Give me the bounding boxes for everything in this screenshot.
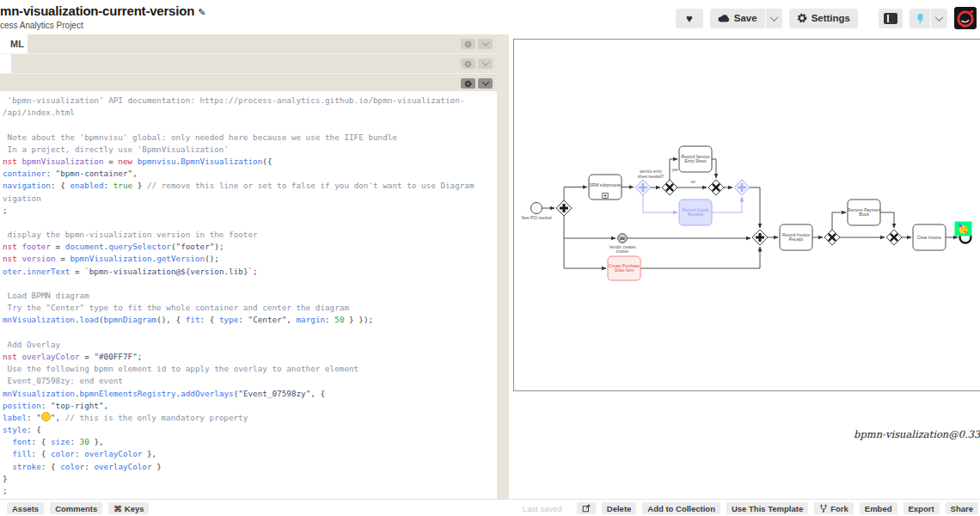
svg-text:New POI needed: New POI needed (522, 216, 552, 220)
bpmn-task-remove-payment-block[interactable]: Remove PaymentBlock (848, 200, 881, 225)
code-line: nst overlayColor = "#00FF7F"; (3, 351, 497, 363)
code-line: container: "bpmn-container", (3, 168, 497, 180)
bpmn-exclusive-gateway-merge-2[interactable] (886, 230, 902, 245)
bpmn-task-clear-invoice[interactable]: Clear Invoice (913, 224, 946, 250)
last-saved-status: Last saved (523, 504, 562, 513)
svg-text:Receipt: Receipt (789, 237, 804, 242)
party-face-emoji (41, 412, 51, 421)
tab-css[interactable] (0, 54, 11, 73)
gear-icon (797, 13, 807, 23)
tab-html[interactable]: ML (0, 34, 28, 53)
header-actions: ♥ Save Settings (676, 7, 977, 29)
code-line (3, 327, 497, 339)
bpmn-task-record-invoice-receipt[interactable]: Record InvoiceReceipt (780, 224, 812, 250)
share-button[interactable]: Share (946, 502, 978, 514)
bpmn-task-record-service-entry-sheet[interactable]: Record ServiceEntry Sheet (679, 146, 712, 172)
tab-html-label: ML (10, 39, 24, 49)
chevron-down-icon (481, 58, 488, 65)
pin-dropdown-button[interactable] (931, 9, 947, 28)
bpmn-parallel-gateway-highlighted-1[interactable] (635, 180, 651, 195)
svg-text:Create Purchase: Create Purchase (609, 264, 640, 268)
add-to-collection-button[interactable]: Add to Collection (642, 502, 720, 514)
layout-view-icon (884, 13, 897, 24)
bpmn-parallel-gateway-join[interactable] (752, 230, 768, 245)
use-this-template-button[interactable]: Use This Template (726, 502, 808, 514)
code-line: nst version = bpmnVisualization.getVersi… (3, 253, 497, 265)
pin-button[interactable] (910, 9, 930, 28)
editor-collapse-button[interactable] (478, 39, 493, 49)
bpmn-exclusive-gateway-merge-1[interactable] (708, 180, 724, 195)
editor-preview-divider[interactable] (497, 34, 509, 499)
end-event-overlay (955, 222, 972, 236)
editor-collapse-button[interactable] (478, 58, 493, 69)
chevron-down-icon (481, 78, 488, 85)
editor-settings-button[interactable] (461, 39, 475, 49)
gear-icon (464, 40, 472, 48)
code-line: } (3, 473, 497, 485)
gear-icon (464, 80, 472, 88)
footer-bar: AssetsComments⌘Keys Last saved DeleteAdd… (0, 499, 980, 516)
bpmn-event-vendor-creates-invoice[interactable]: Vendor createsinvoice (609, 234, 637, 254)
svg-text:Order Item: Order Item (615, 268, 634, 273)
flow-label: service entry (640, 169, 663, 174)
change-view-button[interactable] (879, 9, 903, 28)
code-line: label: "", // this is the only mandatory… (3, 412, 497, 424)
sequence-flow (712, 197, 742, 212)
svg-text:Clear Invoice: Clear Invoice (917, 236, 941, 240)
svg-text:Record Service: Record Service (682, 155, 710, 159)
panel-header-html: ML (0, 34, 497, 54)
flow-label: sheet needed? (638, 175, 665, 179)
delete-button[interactable]: Delete (602, 502, 637, 514)
svg-text:invoice: invoice (616, 249, 629, 254)
footer-right-actions: Last saved DeleteAdd to CollectionUse Th… (523, 502, 978, 514)
code-line (3, 119, 497, 131)
bpmn-parallel-gateway-split[interactable] (556, 200, 572, 216)
keys-button[interactable]: ⌘Keys (108, 502, 149, 514)
comments-button[interactable]: Comments (50, 502, 102, 514)
svg-text:Record Invoice: Record Invoice (782, 233, 810, 237)
app-header: mn-visualization-current-version✎ cess A… (0, 0, 980, 35)
code-line: nst bpmnVisualization = new bpmnvisu.Bpm… (3, 156, 497, 168)
save-dropdown-button[interactable] (766, 9, 782, 28)
code-line: mnVisualization.bpmnElementsRegistry.add… (3, 388, 497, 400)
svg-text:Receipts: Receipts (688, 212, 704, 217)
preview-pane: service entrysheet needed?yesnoNew POI n… (509, 34, 980, 499)
bpmn-diagram-container[interactable]: service entrysheet needed?yesnoNew POI n… (513, 39, 980, 391)
save-button[interactable]: Save (710, 9, 765, 28)
chevron-down-icon (481, 39, 488, 46)
js-code-editor[interactable]: 'bpmn-visualization' API documentation: … (0, 91, 497, 499)
like-button[interactable]: ♥ (676, 9, 703, 28)
pen-title-block: mn-visualization-current-version✎ cess A… (0, 3, 205, 30)
bpmn-task-create-purchase-order-item[interactable]: Create PurchaseOrder Item (608, 256, 640, 280)
bpmn-start-event-new-poi-needed[interactable]: New POI needed (522, 203, 552, 221)
user-avatar[interactable] (954, 7, 977, 29)
embed-button[interactable]: Embed (860, 502, 897, 514)
editor-settings-button[interactable] (461, 78, 475, 89)
settings-button[interactable]: Settings (789, 9, 858, 28)
svg-text:SRM subprocess: SRM subprocess (590, 183, 622, 187)
fork-button[interactable]: Fork (814, 502, 854, 514)
bpmn-diagram: service entrysheet needed?yesnoNew POI n… (514, 40, 980, 390)
code-line: Add Overlay (3, 339, 497, 351)
svg-text:Entry Sheet: Entry Sheet (684, 159, 707, 163)
code-line: Load BPMN diagram (3, 290, 497, 302)
main-area: ML 'bpmn-visualization' API d (0, 34, 980, 499)
open-editor-button[interactable] (577, 502, 596, 514)
export-button[interactable]: Export (903, 502, 940, 514)
footer-left-actions: AssetsComments⌘Keys (7, 502, 149, 514)
bpmn-task-record-goods-receipts[interactable]: Record GoodsReceipts (679, 200, 712, 225)
code-line: /api/index.html (3, 107, 497, 119)
panel-header-css (0, 54, 497, 74)
bpmn-parallel-gateway-highlighted-2[interactable] (734, 180, 750, 195)
edit-title-icon[interactable]: ✎ (198, 7, 205, 18)
editor-collapse-button[interactable] (478, 78, 493, 89)
assets-button[interactable]: Assets (7, 502, 44, 514)
code-line: fill: { color: overlayColor }, (3, 448, 497, 460)
editor-settings-button[interactable] (461, 58, 475, 69)
bpmn-exclusive-gateway-payment-block[interactable] (824, 230, 840, 245)
bpmn-task-srm-subprocess[interactable]: SRM subprocess (589, 175, 622, 200)
pin-icon (915, 13, 925, 24)
pen-title: mn-visualization-current-version (0, 3, 194, 18)
code-line (3, 278, 497, 290)
bpmn-exclusive-gateway-service-entry[interactable] (662, 180, 677, 195)
